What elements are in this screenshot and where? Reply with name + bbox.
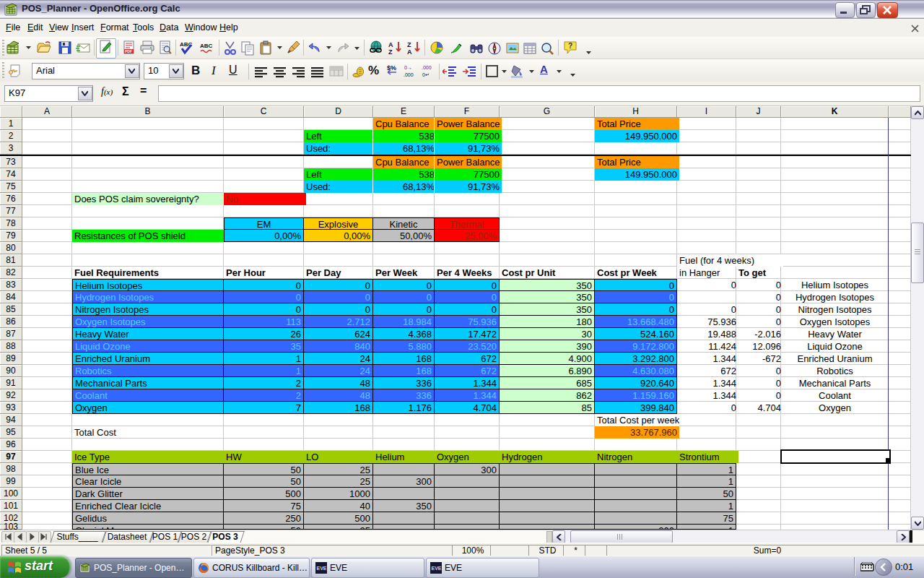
svg-text:0↵: 0↵ bbox=[422, 72, 430, 77]
svg-text:.000: .000 bbox=[422, 65, 432, 70]
svg-text:$%: $% bbox=[387, 64, 396, 72]
svg-text:Z: Z bbox=[388, 48, 393, 56]
svg-text:EVE: EVE bbox=[317, 566, 327, 571]
svg-text:A: A bbox=[388, 41, 393, 48]
svg-text:PDF: PDF bbox=[125, 49, 132, 53]
svg-text:.000: .000 bbox=[404, 72, 414, 77]
svg-text:EVE: EVE bbox=[432, 566, 442, 571]
svg-text:0→: 0→ bbox=[404, 65, 412, 70]
svg-text:?: ? bbox=[568, 42, 572, 50]
svg-text:Z: Z bbox=[407, 41, 411, 48]
svg-text:A: A bbox=[407, 48, 412, 56]
svg-text:ABC: ABC bbox=[200, 43, 213, 49]
